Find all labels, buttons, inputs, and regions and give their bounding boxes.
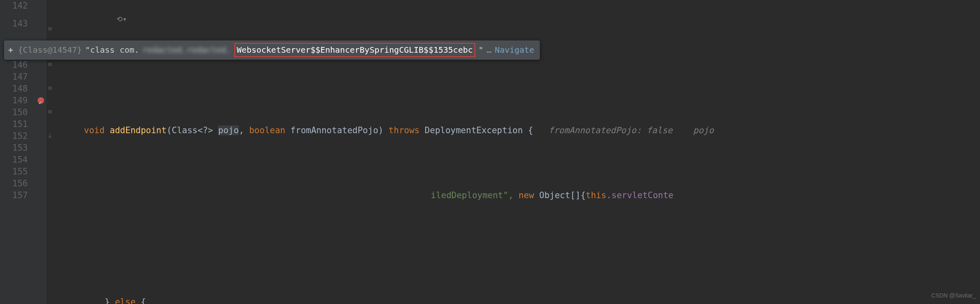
tooltip-text: " — [479, 44, 483, 56]
breakpoint-icon[interactable] — [38, 97, 44, 104]
keyword: this — [586, 190, 606, 200]
line-number: 151 — [0, 118, 28, 130]
tooltip-object-id: {Class@14547} — [18, 44, 82, 56]
code-line[interactable] — [56, 59, 980, 71]
line-number: 155 — [0, 166, 28, 178]
tooltip-highlighted-class: WebsocketServer$$EnhancerBySpringCGLIB$$… — [234, 43, 475, 57]
code-text: Object[]{ — [534, 190, 586, 200]
line-number: 153 — [0, 142, 28, 154]
code-text: (Class<?> — [167, 125, 218, 135]
line-number: 154 — [0, 154, 28, 166]
inlay-hint: fromAnnotatedPojo: false pojo — [533, 125, 714, 135]
line-number: 147 — [0, 71, 28, 83]
line-number: 156 — [0, 178, 28, 190]
code-text: DeploymentException { — [419, 125, 533, 135]
code-text: { — [136, 297, 146, 304]
code-text: ) — [378, 125, 388, 135]
code-text: } — [105, 297, 115, 304]
keyword: boolean — [249, 125, 285, 135]
tooltip-ellipsis: … — [487, 44, 492, 56]
line-number: 149 — [0, 95, 28, 107]
line-number: 157 — [0, 190, 28, 201]
keyword: else — [115, 297, 136, 304]
fold-toggle-icon[interactable]: ⊟ — [48, 85, 51, 91]
string-literal: iledDeployment", — [431, 190, 519, 200]
tooltip-text: "class com. — [85, 44, 139, 56]
fold-end-icon[interactable]: ⊥ — [48, 132, 51, 138]
watermark: CSDN @Savitar_ — [931, 290, 976, 302]
parameter: pojo — [218, 125, 239, 135]
code-line[interactable] — [56, 237, 980, 249]
method-name: addEndpoint — [110, 125, 167, 135]
fold-toggle-icon[interactable]: ⊟ — [48, 26, 51, 31]
fold-toggle-icon[interactable]: ⊟ — [48, 109, 51, 114]
code-text: , — [239, 125, 249, 135]
line-number: 143 — [0, 12, 28, 36]
keyword: throws — [389, 125, 420, 135]
keyword: new — [519, 190, 534, 200]
line-number: 148 — [0, 83, 28, 95]
parameter: fromAnnotatedPojo — [285, 125, 379, 135]
line-number: 142 — [0, 0, 28, 12]
navigate-link[interactable]: Navigate — [495, 44, 534, 56]
tooltip-blurred-text: redacted.redacted. — [143, 44, 231, 56]
field-ref: .servletConte — [606, 190, 673, 200]
debugger-evaluate-tooltip[interactable]: + {Class@14547} "class com.redacted.reda… — [4, 40, 540, 60]
keyword: void — [84, 125, 105, 135]
line-number: 146 — [0, 59, 28, 71]
intention-gear-icon[interactable]: ⟲▾ — [116, 13, 127, 25]
line-number: 150 — [0, 107, 28, 118]
fold-toggle-icon[interactable]: ⊟ — [48, 61, 51, 67]
code-line[interactable]: iledDeployment", new Object[]{this.servl… — [56, 190, 980, 201]
code-line[interactable]: void addEndpoint(Class<?> pojo, boolean … — [56, 118, 980, 142]
expand-icon[interactable]: + — [8, 44, 13, 56]
line-number: 152 — [0, 130, 28, 142]
code-line[interactable]: } else { — [56, 296, 980, 304]
